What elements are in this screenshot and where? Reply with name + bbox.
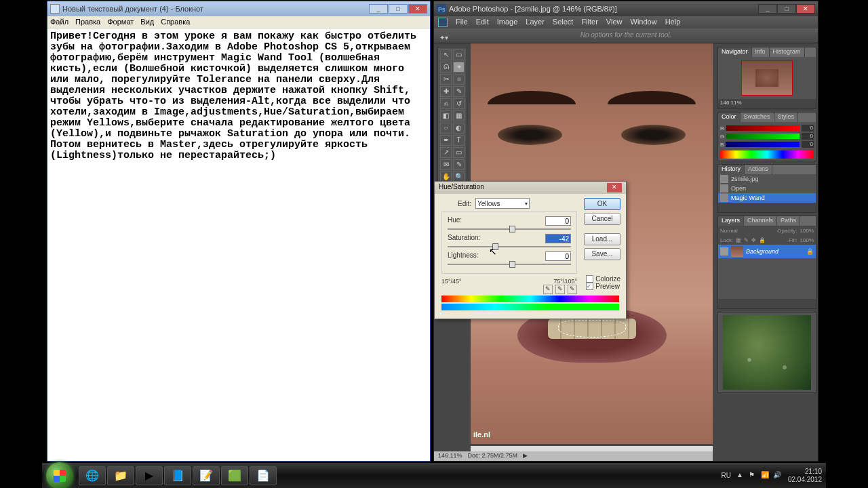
menu-layer[interactable]: Layer (526, 18, 545, 27)
red-slider[interactable] (726, 125, 800, 131)
taskbar-notes-icon[interactable]: 📝 (193, 466, 220, 485)
lock-transparent-icon[interactable]: ▦ (736, 237, 741, 243)
notepad-text-area[interactable]: Привет!Сегодня в этом уроке я вам покажу… (47, 28, 430, 164)
lasso-tool-icon[interactable]: ᘏ (440, 62, 452, 73)
colorize-checkbox[interactable] (586, 275, 593, 283)
move-tool-icon[interactable]: ↖ (440, 49, 452, 60)
menu-format[interactable]: Формат (107, 18, 134, 26)
tray-volume-icon[interactable]: 🔊 (773, 471, 783, 481)
tab-actions[interactable]: Actions (745, 165, 772, 174)
eyedropper-plus-icon[interactable]: ✎ (555, 285, 565, 294)
eyedropper-tool-icon[interactable]: ✎ (453, 159, 465, 170)
shape-tool-icon[interactable]: ▭ (453, 147, 465, 158)
dialog-titlebar[interactable]: Hue/Saturation ✕ (435, 182, 626, 194)
blend-mode-select[interactable]: Normal (720, 228, 738, 234)
tab-color[interactable]: Color (718, 113, 741, 122)
tab-history[interactable]: History (718, 165, 745, 174)
tab-styles[interactable]: Styles (774, 113, 799, 122)
menu-file[interactable]: File (456, 18, 468, 27)
tab-channels[interactable]: Channels (744, 216, 777, 226)
history-brush-icon[interactable]: ↺ (453, 98, 465, 109)
hue-slider[interactable] (448, 228, 571, 230)
lock-position-icon[interactable]: ✥ (751, 237, 756, 243)
taskbar-app2-icon[interactable]: 🟩 (221, 466, 248, 485)
start-button[interactable] (46, 462, 73, 489)
minimize-button[interactable]: _ (758, 4, 777, 14)
status-zoom[interactable]: 146.11% (438, 452, 462, 460)
preview-checkbox[interactable]: ✓ (586, 283, 593, 290)
maximize-button[interactable]: □ (389, 4, 408, 14)
close-button[interactable]: ✕ (796, 4, 815, 14)
color-spectrum[interactable] (720, 150, 814, 159)
menu-edit[interactable]: Edit (476, 18, 489, 27)
blur-tool-icon[interactable]: ○ (440, 123, 452, 134)
notes-tool-icon[interactable]: ✉ (440, 159, 452, 170)
tray-flag-icon[interactable]: ⚑ (749, 471, 758, 481)
magic-wand-icon[interactable]: ✦▾ (439, 31, 448, 45)
close-button[interactable]: ✕ (408, 4, 427, 14)
menu-view[interactable]: View (606, 18, 623, 27)
dialog-close-button[interactable]: ✕ (607, 183, 622, 192)
history-snapshot[interactable]: 2smile.jpg (718, 174, 816, 184)
red-value[interactable]: 0 (802, 125, 814, 131)
heal-tool-icon[interactable]: ✚ (440, 86, 452, 97)
menu-view[interactable]: Вид (140, 18, 154, 26)
gradient-tool-icon[interactable]: ▦ (453, 110, 465, 121)
cancel-button[interactable]: Cancel (584, 213, 620, 225)
slice-tool-icon[interactable]: ⌗ (453, 74, 465, 85)
hue-spectrum-bottom[interactable] (441, 304, 619, 310)
ok-button[interactable]: OK (584, 198, 620, 210)
layer-visibility-icon[interactable] (720, 247, 728, 256)
lock-all-icon[interactable]: 🔒 (759, 237, 766, 243)
history-item-open[interactable]: Open (718, 184, 816, 193)
type-tool-icon[interactable]: T (453, 135, 465, 146)
tray-arrow-icon[interactable]: ▲ (736, 471, 746, 481)
pen-tool-icon[interactable]: ✒ (440, 135, 452, 146)
taskbar-media-icon[interactable]: ▶ (136, 466, 163, 485)
green-value[interactable]: 0 (802, 133, 814, 140)
menu-select[interactable]: Select (553, 18, 574, 27)
photoshop-ps-icon[interactable] (438, 18, 448, 27)
menu-help[interactable]: Справка (161, 18, 190, 26)
blue-slider[interactable] (726, 142, 800, 147)
tab-navigator[interactable]: Navigator (718, 47, 752, 57)
history-item-magic-wand[interactable]: Magic Wand (718, 193, 816, 203)
tab-info[interactable]: Info (752, 47, 770, 57)
saturation-slider[interactable] (448, 246, 571, 247)
status-arrow-icon[interactable]: ▶ (523, 452, 528, 460)
blue-value[interactable]: 0 (802, 141, 814, 148)
layer-background[interactable]: Background 🔒 (718, 245, 816, 258)
minimize-button[interactable]: _ (369, 4, 388, 14)
dodge-tool-icon[interactable]: ◐ (453, 123, 465, 134)
saturation-input[interactable] (545, 234, 571, 243)
menu-filter[interactable]: Filter (581, 18, 597, 27)
tab-layers[interactable]: Layers (718, 216, 744, 226)
notepad-titlebar[interactable]: Новый текстовый документ (4) - Блокнот _… (47, 1, 430, 16)
crop-tool-icon[interactable]: ✂ (440, 74, 452, 85)
taskbar-notepad-icon[interactable]: 📄 (250, 466, 277, 485)
taskbar-app1-icon[interactable]: 📘 (164, 466, 191, 485)
fill-value[interactable]: 100% (800, 237, 814, 243)
menu-edit[interactable]: Правка (75, 18, 100, 26)
lock-pixels-icon[interactable]: ✎ (744, 237, 749, 243)
hue-input[interactable] (545, 216, 571, 226)
save-button[interactable]: Save... (584, 248, 620, 260)
eyedropper-icon[interactable]: ✎ (543, 285, 553, 294)
language-indicator[interactable]: RU (721, 472, 730, 479)
navigator-zoom[interactable]: 146.11% (720, 100, 742, 106)
tab-histogram[interactable]: Histogram (770, 47, 805, 57)
lightness-slider[interactable] (448, 264, 571, 265)
magic-wand-tool-icon[interactable]: ✦ (453, 62, 465, 73)
navigator-thumbnail[interactable] (741, 60, 793, 96)
stamp-tool-icon[interactable]: ⎌ (440, 98, 452, 109)
taskbar-ie-icon[interactable]: 🌐 (79, 466, 106, 485)
menu-file[interactable]: Файл (50, 18, 68, 26)
opacity-value[interactable]: 100% (800, 228, 814, 234)
edit-select[interactable]: Yellows (475, 198, 530, 209)
eyedropper-minus-icon[interactable]: ✎ (568, 285, 577, 294)
brush-tool-icon[interactable]: ✎ (453, 86, 465, 97)
path-tool-icon[interactable]: ↗ (440, 147, 452, 158)
menu-window[interactable]: Window (631, 18, 657, 27)
lightness-input[interactable] (545, 251, 571, 261)
maximize-button[interactable]: □ (777, 4, 796, 14)
